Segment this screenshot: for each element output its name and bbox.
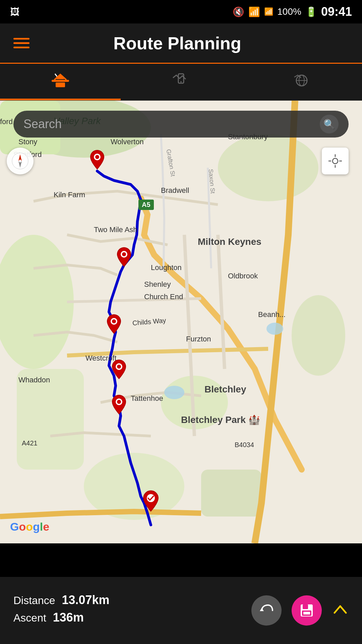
map-container[interactable]: Valley Park ford Wolverton Stony Stratfo… (0, 101, 362, 543)
tab-bar (0, 64, 362, 101)
svg-point-36 (117, 365, 121, 369)
svg-point-32 (122, 252, 126, 256)
svg-point-5 (180, 81, 182, 83)
signal-icon: 📶 (264, 7, 273, 16)
local-route-icon (51, 73, 70, 91)
svg-rect-42 (303, 604, 308, 609)
time-display: 09:41 (321, 5, 352, 19)
route-waypoint-5[interactable] (111, 394, 127, 416)
svg-rect-0 (52, 80, 69, 82)
save-button[interactable] (292, 595, 322, 626)
svg-marker-40 (260, 608, 264, 611)
google-logo: G o o g l e (10, 520, 49, 533)
expand-button[interactable] (332, 601, 349, 620)
compass-button[interactable] (7, 148, 34, 174)
header: Route Planning (0, 23, 362, 64)
page-title: Route Planning (29, 33, 325, 53)
status-bar: 🖼 🔇 📶 📶 100% 🔋 09:41 (0, 0, 362, 23)
svg-rect-16 (17, 369, 84, 470)
google-letter-g2: g (33, 520, 40, 533)
location-button[interactable] (322, 148, 349, 174)
ascent-value: 136m (53, 610, 84, 625)
distance-row: Distance 13.07km (13, 593, 251, 607)
hamburger-button[interactable] (13, 38, 29, 48)
stats-container: Distance 13.07km Ascent 136m (13, 593, 251, 628)
search-input[interactable]: Search (23, 117, 320, 131)
svg-point-24 (333, 158, 338, 164)
globe-route-icon (292, 73, 311, 91)
route-waypoint-2[interactable] (116, 247, 132, 268)
search-icon[interactable]: 🔍 (320, 115, 339, 133)
battery-percent: 100% (277, 6, 301, 17)
svg-point-30 (95, 155, 99, 159)
wifi-icon: 📶 (248, 6, 260, 17)
distance-value: 13.07km (62, 593, 110, 607)
ascent-label: Ascent (13, 612, 46, 624)
bottom-bar: Distance 13.07km Ascent 136m (0, 577, 362, 644)
bottom-actions (251, 595, 349, 626)
route-waypoint-3[interactable] (106, 314, 122, 335)
status-icons: 🔇 📶 📶 100% 🔋 09:41 (233, 5, 352, 19)
svg-point-19 (164, 386, 184, 399)
google-letter-g: G (10, 520, 19, 533)
svg-point-14 (292, 295, 345, 376)
svg-point-34 (112, 319, 116, 323)
hamburger-line-2 (13, 42, 29, 44)
hamburger-line-3 (13, 47, 29, 48)
route-endpoint[interactable] (142, 490, 160, 513)
route-waypoint-4[interactable] (111, 359, 127, 381)
route-waypoint-1[interactable] (89, 150, 105, 171)
svg-rect-44 (303, 612, 310, 614)
svg-rect-18 (201, 470, 261, 517)
mobile-route-icon (172, 73, 190, 91)
ascent-row: Ascent 136m (13, 610, 251, 625)
tab-local-route[interactable] (0, 64, 121, 100)
a5-road-badge: A5 (138, 200, 154, 210)
undo-button[interactable] (251, 595, 282, 626)
google-letter-o2: o (26, 520, 33, 533)
google-letter-e: e (43, 520, 49, 533)
google-letter-o1: o (19, 520, 26, 533)
battery-icon: 🔋 (305, 6, 317, 17)
search-bar[interactable]: Search 🔍 (13, 111, 349, 138)
tab-mobile-route[interactable] (121, 64, 241, 100)
hamburger-line-1 (13, 38, 29, 40)
google-letter-l: l (40, 520, 43, 533)
distance-label: Distance (13, 594, 55, 607)
status-photo-icon: 🖼 (10, 6, 19, 17)
svg-point-38 (117, 400, 121, 404)
svg-line-3 (55, 74, 57, 76)
svg-point-20 (266, 323, 283, 335)
mute-icon: 🔇 (233, 6, 244, 17)
svg-rect-2 (56, 83, 65, 87)
tab-globe-route[interactable] (241, 64, 362, 100)
svg-point-12 (218, 134, 318, 201)
